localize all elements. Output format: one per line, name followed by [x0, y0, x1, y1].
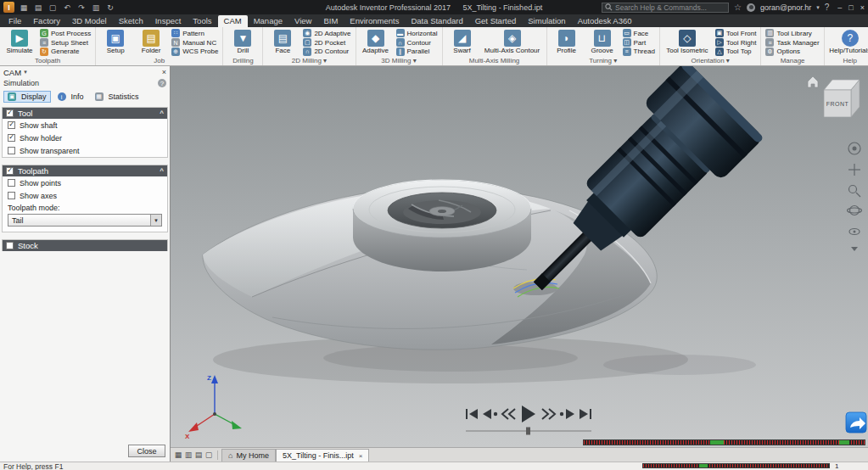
- tab-manage[interactable]: Manage: [248, 15, 288, 27]
- show-axes-option[interactable]: Show axes: [3, 189, 167, 202]
- manual-nc-button[interactable]: N Manual NC: [170, 38, 220, 48]
- single-view-icon[interactable]: ▢: [204, 450, 214, 459]
- show-holder-option[interactable]: Show holder: [3, 131, 167, 144]
- contour-button[interactable]: ∩ Contour: [395, 38, 440, 48]
- generate-button[interactable]: ↻ Generate: [38, 47, 92, 56]
- print-icon[interactable]: ▥: [91, 3, 101, 12]
- thread-button[interactable]: ≡ Thread: [621, 47, 657, 56]
- toolpath-section-checkbox[interactable]: [6, 167, 14, 175]
- groove-button[interactable]: ⊔ Groove: [585, 28, 619, 56]
- options-button[interactable]: ⚙ Options: [764, 47, 820, 56]
- a360-share-icon[interactable]: [846, 412, 866, 433]
- 2d-pocket-button[interactable]: ▢ 2D Pocket: [301, 38, 352, 48]
- setup-button[interactable]: ▣ Setup: [98, 28, 132, 56]
- tab-close-icon[interactable]: ×: [359, 452, 363, 460]
- statistics-toggle-button[interactable]: ▦ Statistics: [91, 91, 143, 103]
- user-avatar-icon[interactable]: [747, 3, 755, 12]
- horizontal-button[interactable]: ▬ Horizontal: [395, 29, 440, 38]
- stock-section-header[interactable]: Stock: [3, 240, 167, 251]
- tab-environments[interactable]: Environments: [344, 15, 405, 27]
- pan-icon[interactable]: [848, 164, 860, 176]
- play-previous-button[interactable]: [483, 409, 497, 419]
- tab-cam[interactable]: CAM: [218, 15, 248, 27]
- help-tutorials-button[interactable]: ? Help/Tutorials: [827, 28, 868, 56]
- dropdown-caret-icon[interactable]: ▼: [150, 215, 161, 226]
- tab-file[interactable]: File: [3, 15, 27, 27]
- go-to-end-button[interactable]: [580, 409, 591, 419]
- pattern-button[interactable]: ∷ Pattern: [170, 29, 220, 38]
- 2d-contour-button[interactable]: ∩ 2D Contour: [301, 47, 352, 56]
- tool-section-header[interactable]: Tool ^: [3, 108, 167, 119]
- tab-tools[interactable]: Tools: [187, 15, 217, 27]
- adaptive-button[interactable]: ◆ Adaptive: [359, 28, 393, 56]
- part-button[interactable]: ◫ Part: [621, 38, 657, 48]
- redo-icon[interactable]: ↷: [76, 3, 87, 12]
- tab-data-standard[interactable]: Data Standard: [405, 15, 468, 27]
- panel-menu-caret-icon[interactable]: ▾: [24, 69, 27, 76]
- inventor-logo[interactable]: I: [3, 2, 14, 13]
- folder-button[interactable]: ▤ Folder: [134, 28, 168, 56]
- tool-library-button[interactable]: ▥ Tool Library: [764, 29, 820, 38]
- tab-factory[interactable]: Factory: [27, 15, 66, 27]
- face-button[interactable]: ▤ Face: [266, 28, 300, 56]
- search-field[interactable]: [615, 3, 725, 12]
- multi-axis-contour-button[interactable]: ◈ Multi-Axis Contour: [481, 28, 544, 56]
- search-input[interactable]: [602, 3, 729, 13]
- show-shaft-checkbox[interactable]: [8, 121, 15, 129]
- toolpath-mode-select[interactable]: Tail ▼: [8, 214, 162, 227]
- viewcube-front-face[interactable]: FRONT: [826, 101, 849, 107]
- toolpath-collapse-icon[interactable]: ^: [160, 167, 164, 175]
- panel-help-icon[interactable]: ?: [158, 79, 166, 87]
- tab-view[interactable]: View: [288, 15, 317, 27]
- profile-button[interactable]: ◗ Profile: [550, 28, 584, 56]
- steering-wheel-icon[interactable]: [848, 143, 860, 154]
- help-icon[interactable]: ?: [825, 3, 830, 12]
- display-toggle-button[interactable]: ▣ Display: [3, 91, 51, 103]
- undo-icon[interactable]: ↶: [62, 3, 72, 12]
- info-toggle-button[interactable]: i Info: [53, 91, 88, 103]
- play-button[interactable]: [522, 406, 535, 422]
- maximize-icon[interactable]: □: [848, 3, 853, 12]
- zoom-icon[interactable]: [849, 186, 861, 198]
- tool-right-button[interactable]: ▷ Tool Right: [714, 38, 759, 48]
- toolpath-section-header[interactable]: Toolpath ^: [3, 165, 167, 176]
- tab-get-started[interactable]: Get Started: [469, 15, 523, 27]
- post-process-button[interactable]: G Post Process: [38, 29, 92, 38]
- orbit-icon[interactable]: [848, 206, 862, 215]
- 2d-adaptive-button[interactable]: ◉ 2D Adaptive: [301, 29, 352, 38]
- tool-front-button[interactable]: ▣ Tool Front: [714, 29, 759, 38]
- step-backward-button[interactable]: [502, 409, 515, 419]
- show-points-option[interactable]: Show points: [3, 176, 167, 189]
- open-icon[interactable]: ▢: [48, 3, 58, 12]
- horizontal-views-icon[interactable]: ▤: [193, 450, 204, 459]
- look-at-icon[interactable]: [849, 229, 860, 235]
- swarf-button[interactable]: ◢ Swarf: [445, 28, 479, 56]
- tool-section-checkbox[interactable]: [6, 109, 14, 117]
- close-button[interactable]: Close: [128, 445, 165, 457]
- tool-top-button[interactable]: △ Tool Top: [714, 47, 759, 56]
- panel-close-icon[interactable]: ×: [162, 68, 166, 76]
- viewport[interactable]: Z X FRONT: [171, 66, 868, 447]
- tab-simulation[interactable]: Simulation: [522, 15, 571, 27]
- show-transparent-checkbox[interactable]: [8, 147, 15, 154]
- setup-sheet-button[interactable]: ≡ Setup Sheet: [38, 38, 92, 48]
- tab-my-home[interactable]: ⌂ My Home: [221, 449, 276, 462]
- viewcube[interactable]: FRONT: [808, 76, 860, 117]
- save-icon[interactable]: ▤: [33, 3, 43, 12]
- vertical-views-icon[interactable]: ▥: [183, 450, 193, 459]
- stock-section-checkbox[interactable]: [6, 242, 14, 249]
- favorites-star-icon[interactable]: ☆: [734, 3, 742, 12]
- tab-3d-model[interactable]: 3D Model: [66, 15, 113, 27]
- simulate-button[interactable]: ▶ Simulate: [3, 28, 36, 56]
- show-holder-checkbox[interactable]: [8, 134, 15, 142]
- timeline-slider[interactable]: [466, 428, 591, 435]
- close-icon[interactable]: ×: [860, 3, 865, 12]
- tool-isometric-button[interactable]: ◇ Tool Isometric: [663, 28, 712, 56]
- simulation-timeline-bar[interactable]: [583, 439, 865, 445]
- minimize-icon[interactable]: –: [837, 3, 842, 12]
- play-next-button[interactable]: [560, 409, 574, 419]
- status-timeline-bar[interactable]: [642, 463, 830, 468]
- parallel-button[interactable]: ∥ Parallel: [395, 47, 440, 56]
- tile-views-icon[interactable]: ▦: [173, 450, 183, 459]
- timeline-slider-handle[interactable]: [526, 428, 530, 435]
